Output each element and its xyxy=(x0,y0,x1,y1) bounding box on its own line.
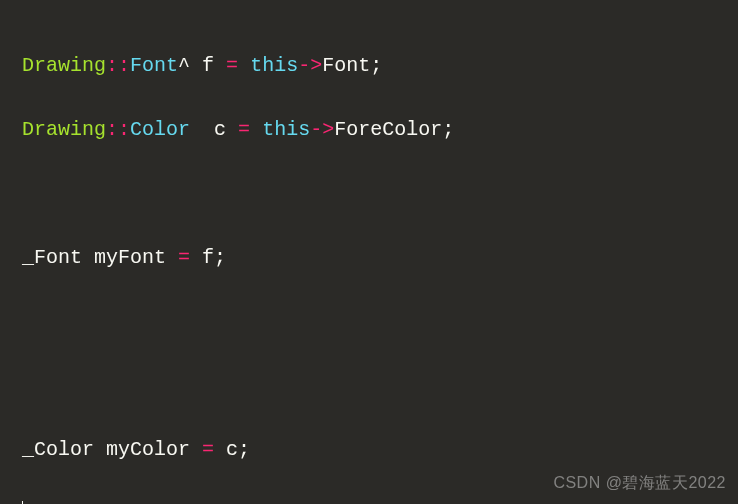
variable-token: f xyxy=(202,54,214,77)
space xyxy=(94,438,106,461)
code-block: Drawing::Font^ f = this->Font; Drawing::… xyxy=(22,18,716,504)
semicolon: ; xyxy=(370,54,382,77)
space xyxy=(190,246,202,269)
blank-line xyxy=(22,370,716,402)
semicolon: ; xyxy=(238,438,250,461)
space xyxy=(214,54,226,77)
namespace-token: Drawing xyxy=(22,118,106,141)
type-token: _Font xyxy=(22,246,82,269)
assign-operator: = xyxy=(178,246,190,269)
handle-hat: ^ xyxy=(178,54,190,77)
semicolon: ; xyxy=(442,118,454,141)
space xyxy=(214,438,226,461)
assign-operator: = xyxy=(202,438,214,461)
variable-token: myColor xyxy=(106,438,190,461)
space xyxy=(190,118,214,141)
this-keyword: this xyxy=(262,118,310,141)
space xyxy=(250,118,262,141)
code-line: _Font myFont = f; xyxy=(22,242,716,274)
watermark-text: CSDN @碧海蓝天2022 xyxy=(553,470,726,496)
namespace-token: Drawing xyxy=(22,54,106,77)
arrow-operator: -> xyxy=(298,54,322,77)
scope-operator: :: xyxy=(106,118,130,141)
type-token: Font xyxy=(130,54,178,77)
rhs-token: f xyxy=(202,246,214,269)
code-line: _Color myColor = c; xyxy=(22,434,716,466)
caret-line xyxy=(22,498,716,504)
variable-token: c xyxy=(214,118,226,141)
scope-operator: :: xyxy=(106,54,130,77)
space xyxy=(190,438,202,461)
type-token: _Color xyxy=(22,438,94,461)
space xyxy=(82,246,94,269)
blank-line xyxy=(22,178,716,210)
property-token: ForeColor xyxy=(334,118,442,141)
assign-operator: = xyxy=(226,54,238,77)
space xyxy=(226,118,238,141)
code-line: Drawing::Font^ f = this->Font; xyxy=(22,50,716,82)
assign-operator: = xyxy=(238,118,250,141)
property-token: Font xyxy=(322,54,370,77)
space xyxy=(166,246,178,269)
arrow-operator: -> xyxy=(310,118,334,141)
code-line: Drawing::Color c = this->ForeColor; xyxy=(22,114,716,146)
blank-line xyxy=(22,306,716,338)
space xyxy=(190,54,202,77)
type-token: Color xyxy=(130,118,190,141)
space xyxy=(238,54,250,77)
this-keyword: this xyxy=(250,54,298,77)
rhs-token: c xyxy=(226,438,238,461)
semicolon: ; xyxy=(214,246,226,269)
variable-token: myFont xyxy=(94,246,166,269)
